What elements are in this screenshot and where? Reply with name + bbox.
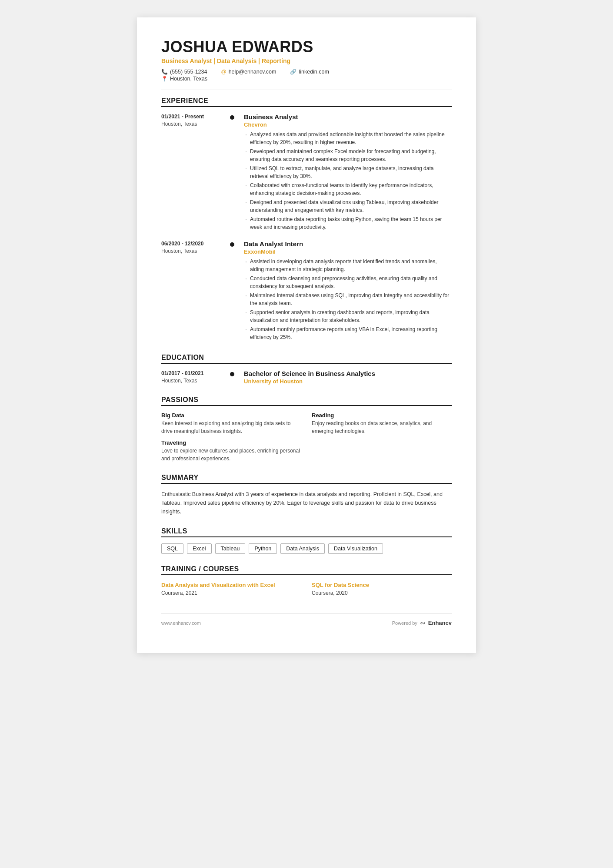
skills-section-title: SKILLS [161, 527, 452, 537]
passion-item-2: Traveling Love to explore new cultures a… [161, 439, 301, 462]
bullet-2-4: Supported senior analysts in creating da… [244, 308, 452, 324]
entry-middle-1 [226, 113, 239, 232]
header-divider [161, 90, 452, 90]
edu-location-1: Houston, Texas [161, 378, 221, 384]
email-item: @ help@enhancv.com [221, 69, 276, 75]
skill-1: Excel [187, 543, 212, 554]
linkedin-url: linkedin.com [299, 69, 329, 75]
experience-section: EXPERIENCE 01/2021 - Present Houston, Te… [161, 97, 452, 342]
location-item: 📍 Houston, Texas [161, 76, 207, 82]
bullet-1-4: Collaborated with cross-functional teams… [244, 181, 452, 197]
edu-date-1: 01/2017 - 01/2021 [161, 370, 221, 377]
passions-grid: Big Data Keen interest in exploring and … [161, 412, 452, 462]
timeline-dot-edu-1 [230, 372, 234, 376]
bullet-1-5: Designed and presented data visualizatio… [244, 198, 452, 214]
edu-school-1: University of Houston [244, 378, 452, 385]
phone-icon: 📞 [161, 69, 168, 75]
company-1: Chevron [244, 121, 452, 128]
company-2: ExxonMobil [244, 248, 452, 255]
bullets-2: Assisted in developing data analysis rep… [244, 258, 452, 341]
timeline-dot-1 [230, 115, 234, 120]
footer-brand: Enhancv [428, 620, 452, 626]
phone-item: 📞 (555) 555-1234 [161, 69, 207, 75]
training-provider-1: Coursera, 2020 [312, 590, 452, 596]
training-grid: Data Analysis and Visualization with Exc… [161, 581, 452, 596]
skill-2: Tableau [215, 543, 246, 554]
passion-title-2: Traveling [161, 439, 301, 446]
location-icon: 📍 [161, 76, 168, 82]
training-title-0: Data Analysis and Visualization with Exc… [161, 581, 301, 589]
bullet-2-2: Conducted data cleansing and preprocessi… [244, 275, 452, 290]
skill-3: Python [249, 543, 277, 554]
job-title-2: Data Analyst Intern [244, 240, 452, 248]
edu-right-1: Bachelor of Science in Business Analytic… [239, 370, 452, 385]
bullet-1-3: Utilized SQL to extract, manipulate, and… [244, 164, 452, 180]
passion-item-0: Big Data Keen interest in exploring and … [161, 412, 301, 435]
bullet-2-5: Automated monthly performance reports us… [244, 325, 452, 341]
education-section-title: EDUCATION [161, 354, 452, 364]
footer-url: www.enhancv.com [161, 620, 201, 626]
training-item-0: Data Analysis and Visualization with Exc… [161, 581, 301, 596]
entry-left-1: 01/2021 - Present Houston, Texas [161, 113, 226, 232]
bullet-2-3: Maintained internal databases using SQL,… [244, 292, 452, 307]
passion-item-1: Reading Enjoy reading books on data scie… [312, 412, 452, 435]
passions-section: PASSIONS Big Data Keen interest in explo… [161, 396, 452, 462]
experience-entry-1: 01/2021 - Present Houston, Texas Busines… [161, 113, 452, 232]
skills-list: SQL Excel Tableau Python Data Analysis D… [161, 543, 452, 554]
candidate-name: JOSHUA EDWARDS [161, 38, 452, 56]
summary-section: SUMMARY Enthusiastic Business Analyst wi… [161, 474, 452, 516]
education-section: EDUCATION 01/2017 - 01/2021 Houston, Tex… [161, 354, 452, 385]
training-item-1: SQL for Data Science Coursera, 2020 [312, 581, 452, 596]
skills-section: SKILLS SQL Excel Tableau Python Data Ana… [161, 527, 452, 554]
training-provider-0: Coursera, 2021 [161, 590, 301, 596]
edu-middle-1 [226, 370, 239, 385]
skill-0: SQL [161, 543, 183, 554]
powered-by-label: Powered by [392, 620, 417, 626]
resume-page: JOSHUA EDWARDS Business Analyst | Data A… [137, 17, 476, 653]
contact-info: 📞 (555) 555-1234 @ help@enhancv.com 🔗 li… [161, 69, 452, 75]
bullet-1-1: Analyzed sales data and provided actiona… [244, 131, 452, 146]
training-title-1: SQL for Data Science [312, 581, 452, 589]
training-section-title: TRAINING / COURSES [161, 565, 452, 575]
entry-left-2: 06/2020 - 12/2020 Houston, Texas [161, 240, 226, 342]
phone-number: (555) 555-1234 [170, 69, 207, 75]
passion-desc-2: Love to explore new cultures and places,… [161, 447, 301, 462]
skill-4: Data Analysis [280, 543, 325, 554]
training-section: TRAINING / COURSES Data Analysis and Vis… [161, 565, 452, 596]
entry-right-1: Business Analyst Chevron Analyzed sales … [239, 113, 452, 232]
timeline-dot-2 [230, 242, 234, 247]
edu-degree-1: Bachelor of Science in Business Analytic… [244, 370, 452, 377]
entry-right-2: Data Analyst Intern ExxonMobil Assisted … [239, 240, 452, 342]
education-entry-1: 01/2017 - 01/2021 Houston, Texas Bachelo… [161, 370, 452, 385]
passion-title-1: Reading [312, 412, 452, 419]
bullets-1: Analyzed sales data and provided actiona… [244, 131, 452, 231]
candidate-title: Business Analyst | Data Analysis | Repor… [161, 57, 452, 64]
entry-date-1: 01/2021 - Present [161, 113, 221, 121]
passion-desc-1: Enjoy reading books on data science, ana… [312, 419, 452, 435]
linkedin-item: 🔗 linkedin.com [290, 69, 329, 75]
footer-powered: Powered by ∾ Enhancv [392, 619, 452, 627]
passions-section-title: PASSIONS [161, 396, 452, 406]
linkedin-icon: 🔗 [290, 69, 297, 75]
summary-text: Enthusiastic Business Analyst with 3 yea… [161, 490, 452, 516]
experience-section-title: EXPERIENCE [161, 97, 452, 107]
entry-location-1: Houston, Texas [161, 121, 221, 127]
bullet-2-1: Assisted in developing data analysis rep… [244, 258, 452, 273]
header: JOSHUA EDWARDS Business Analyst | Data A… [161, 38, 452, 82]
bullet-1-2: Developed and maintained complex Excel m… [244, 147, 452, 163]
location-row: 📍 Houston, Texas [161, 76, 452, 82]
edu-left-1: 01/2017 - 01/2021 Houston, Texas [161, 370, 226, 385]
bullet-1-6: Automated routine data reporting tasks u… [244, 215, 452, 231]
skill-5: Data Visualization [328, 543, 383, 554]
location-text: Houston, Texas [170, 76, 207, 82]
footer: www.enhancv.com Powered by ∾ Enhancv [161, 613, 452, 627]
entry-date-2: 06/2020 - 12/2020 [161, 240, 221, 248]
entry-location-2: Houston, Texas [161, 248, 221, 254]
passion-desc-0: Keen interest in exploring and analyzing… [161, 419, 301, 435]
passion-title-0: Big Data [161, 412, 301, 419]
experience-entry-2: 06/2020 - 12/2020 Houston, Texas Data An… [161, 240, 452, 342]
email-address: help@enhancv.com [229, 69, 277, 75]
enhancv-logo-icon: ∾ [420, 619, 426, 627]
job-title-1: Business Analyst [244, 113, 452, 121]
email-icon: @ [221, 69, 226, 75]
